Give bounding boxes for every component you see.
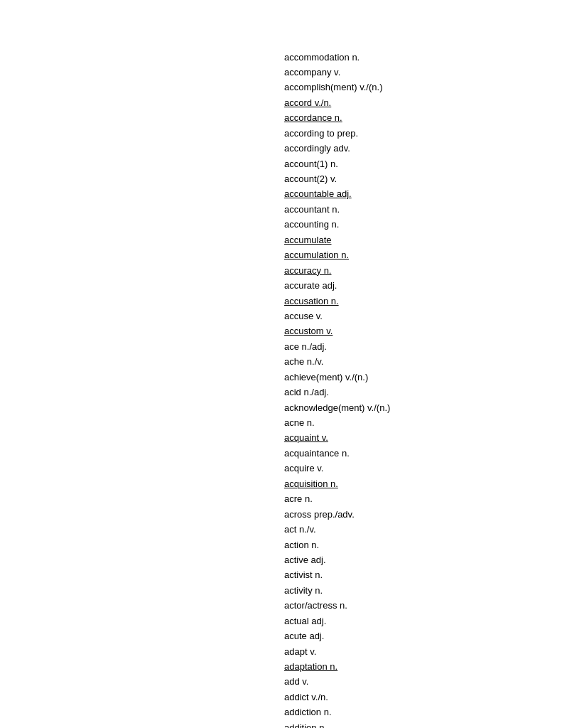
word-entry: addition n. bbox=[284, 720, 541, 728]
word-entry: accord v./n. bbox=[284, 95, 541, 110]
right-intro-column: accommodation n.accompany v.accomplish(m… bbox=[284, 50, 541, 729]
word-entry: accommodation n. bbox=[284, 50, 541, 65]
word-entry: activist n. bbox=[284, 567, 541, 582]
word-entry: accuse v. bbox=[284, 309, 541, 323]
word-entry: account(1) n. bbox=[284, 156, 541, 171]
word-entry: adaptation n. bbox=[284, 659, 541, 674]
word-entry: accompany v. bbox=[284, 65, 541, 80]
word-entry: acre n. bbox=[284, 491, 541, 506]
word-entry: accounting n. bbox=[284, 217, 541, 232]
word-entry: action n. bbox=[284, 537, 541, 552]
word-entry: act n./v. bbox=[284, 522, 541, 537]
word-entry: acquaint v. bbox=[284, 430, 541, 445]
word-entry: ace n./adj. bbox=[284, 339, 541, 354]
word-entry: addict v./n. bbox=[284, 690, 541, 705]
word-entry: acute adj. bbox=[284, 628, 541, 643]
word-entry: across prep./adv. bbox=[284, 507, 541, 522]
word-entry: account(2) v. bbox=[284, 171, 541, 186]
word-entry: accurate adj. bbox=[284, 278, 541, 293]
word-entry: accordance n. bbox=[284, 110, 541, 125]
word-entry: actual adj. bbox=[284, 614, 541, 628]
word-entry: acquisition n. bbox=[284, 476, 541, 491]
word-entry: accustom v. bbox=[284, 323, 541, 338]
word-entry: activity n. bbox=[284, 583, 541, 598]
word-entry: accusation n. bbox=[284, 294, 541, 309]
word-entry: accomplish(ment) v./(n.) bbox=[284, 80, 541, 95]
word-entry: accountant n. bbox=[284, 202, 541, 217]
word-entry: accordingly adv. bbox=[284, 141, 541, 156]
word-entry: acne n. bbox=[284, 415, 541, 430]
word-entry: according to prep. bbox=[284, 126, 541, 141]
word-entry: ache n./v. bbox=[284, 354, 541, 369]
word-entry: adapt v. bbox=[284, 644, 541, 659]
word-entry: acquire v. bbox=[284, 461, 541, 476]
word-entry: accuracy n. bbox=[284, 263, 541, 278]
word-entry: actor/actress n. bbox=[284, 598, 541, 613]
word-entry: addiction n. bbox=[284, 705, 541, 719]
word-entry: accumulation n. bbox=[284, 247, 541, 262]
description bbox=[21, 24, 504, 38]
word-entry: accountable adj. bbox=[284, 186, 541, 201]
word-entry: accumulate bbox=[284, 232, 541, 247]
word-entry: acquaintance n. bbox=[284, 446, 541, 461]
word-entry: achieve(ment) v./(n.) bbox=[284, 370, 541, 385]
word-entry: acknowledge(ment) v./(n.) bbox=[284, 400, 541, 415]
word-entry: add v. bbox=[284, 674, 541, 689]
word-entry: active adj. bbox=[284, 552, 541, 567]
word-entry: acid n./adj. bbox=[284, 385, 541, 400]
